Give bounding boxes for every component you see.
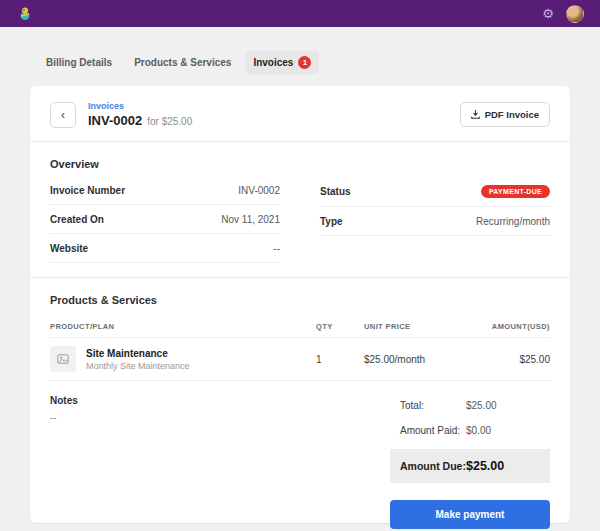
tab-label: Invoices (253, 57, 293, 68)
col-product-plan: PRODUCT/PLAN (50, 322, 316, 331)
amount-paid-value: $0.00 (466, 425, 491, 436)
download-icon (471, 110, 480, 119)
settings-gear-icon[interactable]: ⚙ (542, 7, 554, 20)
field-value: Nov 11, 2021 (221, 214, 280, 225)
tab-billing-details[interactable]: Billing Details (38, 52, 120, 73)
field-value: Recurring/month (476, 216, 550, 227)
overview-right-column: Status PAYMENT-DUE Type Recurring/month (320, 176, 550, 263)
totals-block: Total: $25.00 Amount Paid: $0.00 Amount … (390, 395, 550, 529)
col-qty: QTY (316, 322, 364, 331)
notes-block: Notes -- (50, 395, 78, 529)
tab-bar: Billing Details Products & Services Invo… (0, 27, 600, 86)
tab-products-services[interactable]: Products & Services (126, 52, 239, 73)
overview-section: Overview Invoice Number INV-0002 Created… (30, 142, 570, 278)
field-created-on: Created On Nov 11, 2021 (50, 205, 280, 234)
field-status: Status PAYMENT-DUE (320, 176, 550, 207)
pdf-invoice-label: PDF Invoice (485, 109, 539, 120)
tab-label: Billing Details (46, 57, 112, 68)
invoice-card-header: ‹ Invoices INV-0002 for $25.00 PDF Invoi… (30, 86, 570, 142)
overview-title: Overview (50, 142, 550, 176)
amount-paid-row: Amount Paid: $0.00 (390, 420, 550, 445)
col-amount-usd: AMOUNT(USD) (462, 322, 550, 331)
invoice-footer: Notes -- Total: $25.00 Amount Paid: $0.0… (30, 381, 570, 529)
field-type: Type Recurring/month (320, 207, 550, 236)
col-unit-price: UNIT PRICE (364, 322, 462, 331)
chevron-left-icon: ‹ (61, 108, 65, 122)
field-label: Status (320, 186, 351, 197)
amount-paid-label: Amount Paid: (400, 425, 466, 436)
total-value: $25.00 (466, 400, 497, 411)
make-payment-button[interactable]: Make payment (390, 500, 550, 529)
breadcrumb-invoices-link[interactable]: Invoices (88, 101, 192, 111)
product-amount: $25.00 (462, 354, 550, 365)
field-invoice-number: Invoice Number INV-0002 (50, 176, 280, 205)
field-label: Invoice Number (50, 185, 125, 196)
products-services-title: Products & Services (50, 278, 550, 312)
product-qty: 1 (316, 354, 364, 365)
overview-left-column: Invoice Number INV-0002 Created On Nov 1… (50, 176, 280, 263)
payment-due-status-badge: PAYMENT-DUE (481, 185, 550, 198)
total-row: Total: $25.00 (390, 395, 550, 420)
notes-value: -- (50, 412, 78, 423)
products-services-section: Products & Services PRODUCT/PLAN QTY UNI… (30, 278, 570, 381)
field-label: Website (50, 243, 88, 254)
field-value: -- (273, 243, 280, 254)
product-description: Monthly Site Maintenance (86, 361, 190, 371)
field-value: INV-0002 (238, 185, 280, 196)
field-label: Type (320, 216, 343, 227)
product-unit-price: $25.00/month (364, 354, 462, 365)
back-button[interactable]: ‹ (50, 102, 76, 128)
pdf-invoice-button[interactable]: PDF Invoice (460, 102, 550, 127)
invoice-amount-subtitle: for $25.00 (147, 116, 192, 127)
products-table-header: PRODUCT/PLAN QTY UNIT PRICE AMOUNT(USD) (50, 312, 550, 338)
notes-label: Notes (50, 395, 78, 406)
product-name: Site Maintenance (86, 348, 190, 359)
total-label: Total: (400, 400, 466, 411)
topbar: ⚙ (0, 0, 600, 27)
invoice-title-block: Invoices INV-0002 for $25.00 (88, 101, 192, 128)
field-label: Created On (50, 214, 104, 225)
invoice-id-title: INV-0002 (88, 113, 142, 128)
tab-invoices[interactable]: Invoices 1 (245, 51, 319, 74)
user-avatar[interactable] (566, 5, 584, 23)
product-image-placeholder-icon (50, 346, 76, 372)
amount-due-label: Amount Due: (400, 460, 466, 472)
table-row: Site Maintenance Monthly Site Maintenanc… (50, 338, 550, 381)
invoice-detail-card: ‹ Invoices INV-0002 for $25.00 PDF Invoi… (30, 86, 570, 523)
app-logo-icon[interactable] (16, 5, 34, 23)
amount-due-value: $25.00 (466, 459, 504, 473)
invoices-count-badge: 1 (298, 56, 311, 69)
amount-due-box: Amount Due: $25.00 (390, 449, 550, 483)
tab-label: Products & Services (134, 57, 231, 68)
field-website: Website -- (50, 234, 280, 263)
